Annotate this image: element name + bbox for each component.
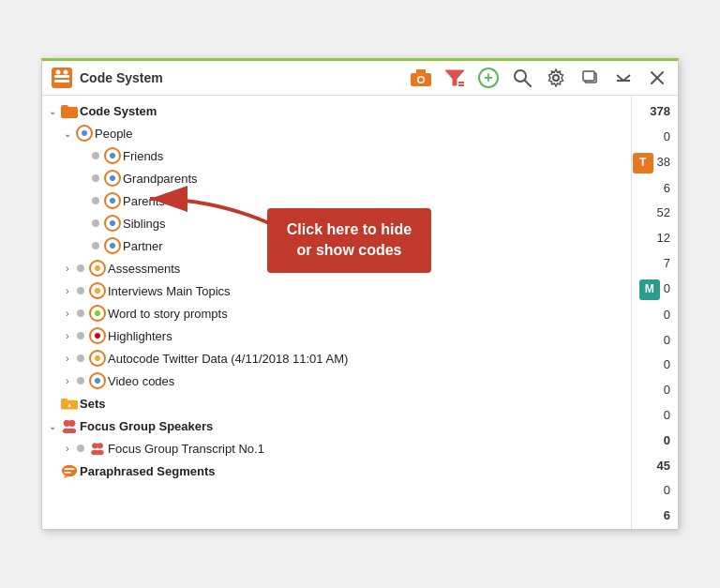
svg-point-55	[92, 443, 98, 448]
restore-icon[interactable]	[578, 67, 601, 89]
close-icon[interactable]	[646, 67, 668, 89]
chevron-autocode[interactable]: ›	[61, 352, 74, 365]
chat-svg	[61, 462, 78, 479]
chevron-highlighters[interactable]: ›	[61, 329, 74, 342]
count-focus-group-transcript: 0	[633, 478, 670, 504]
svg-rect-18	[583, 71, 594, 81]
count-paraphrased: 6	[633, 504, 670, 529]
tree-row-focus-group-transcript[interactable]: › Focus Group Transcript No.1	[42, 437, 631, 460]
tree-row-parents[interactable]: Parents	[42, 189, 631, 212]
chevron-interviews[interactable]: ›	[61, 284, 74, 297]
focus-group-speakers-icon	[61, 417, 78, 434]
code-system-icon	[61, 102, 78, 119]
svg-point-37	[95, 265, 100, 271]
dot-word-story	[77, 309, 84, 317]
tree-row-highlighters[interactable]: › Highlighters	[42, 324, 631, 347]
chevron-people[interactable]: ⌄	[61, 127, 74, 140]
window-title: Code System	[80, 70, 163, 85]
dot-partner	[92, 242, 99, 249]
svg-marker-60	[64, 475, 69, 478]
search-icon[interactable]	[511, 67, 533, 89]
assessments-icon	[89, 260, 106, 277]
chevron-code-system[interactable]: ⌄	[46, 104, 59, 117]
filter-icon[interactable]	[443, 67, 466, 89]
tree-row-assessments[interactable]: › Assessments	[42, 257, 631, 279]
camera-svg	[410, 68, 432, 87]
camera-icon[interactable]	[410, 67, 432, 89]
partner-icon	[104, 237, 121, 254]
tree-row-paraphrased[interactable]: Paraphrased Segments	[42, 460, 631, 482]
people-icon	[76, 125, 93, 142]
settings-icon[interactable]	[545, 67, 567, 89]
count-parents: 52	[633, 201, 670, 226]
svg-point-58	[97, 450, 104, 455]
svg-rect-62	[65, 472, 71, 474]
tree-row-interviews[interactable]: › Interviews Main Topics	[42, 279, 631, 302]
code-icon-word-story	[89, 305, 106, 322]
title-bar: Code System	[42, 61, 678, 96]
friends-icon	[104, 147, 121, 164]
search-svg	[513, 68, 532, 87]
tree-row-word-story[interactable]: › Word to story prompts	[42, 302, 631, 324]
chevron-focus-group-speakers[interactable]: ⌄	[46, 419, 59, 432]
count-sets: 0	[633, 429, 670, 454]
code-icon-partner	[104, 237, 121, 254]
transcript-svg	[89, 440, 106, 457]
autocode-icon	[89, 350, 106, 367]
tree-row-sets[interactable]: ▲ Sets	[42, 392, 631, 415]
add-svg: +	[478, 68, 499, 88]
badge-M: M	[639, 279, 660, 300]
content-area: ⌄ Code System ⌄ People	[42, 96, 678, 529]
dot-friends	[92, 152, 99, 159]
interviews-label: Interviews Main Topics	[108, 284, 627, 298]
svg-point-59	[62, 465, 77, 477]
svg-point-56	[98, 443, 103, 448]
tree-row-people[interactable]: ⌄ People	[42, 122, 631, 144]
code-icon-parents	[104, 192, 121, 209]
siblings-icon	[104, 215, 121, 232]
add-code-icon[interactable]: +	[477, 67, 500, 89]
grandparents-icon	[104, 170, 121, 187]
focus-group-transcript-icon	[89, 440, 106, 457]
tree-row-autocode[interactable]: › Autocode Twitter Data (4/11/2018 11:01…	[42, 347, 631, 369]
tree-row-code-system[interactable]: ⌄ Code System	[42, 99, 631, 122]
tree-row-partner[interactable]: Partner	[42, 234, 631, 257]
close-svg	[650, 70, 665, 85]
count-interviews: 0	[633, 303, 670, 328]
title-bar-left: Code System	[52, 68, 163, 88]
right-counts-column: 378 0 T 38 6 52 12 7 M 0 0 0 0 0 0 0 45 …	[631, 96, 678, 529]
code-icon-siblings	[104, 215, 121, 232]
chevron-word-story[interactable]: ›	[61, 307, 74, 320]
count-people: 0	[633, 125, 670, 150]
chevron-video-codes[interactable]: ›	[61, 374, 74, 387]
grandparents-label: Grandparents	[123, 172, 627, 186]
count-autocode: 0	[633, 378, 670, 403]
minimize-svg	[614, 68, 633, 87]
code-icon-highlighters	[89, 327, 106, 344]
dot-assessments	[77, 264, 84, 272]
tree-row-focus-group-speakers[interactable]: ⌄ Focus Group Speakers	[42, 415, 631, 437]
code-icon-autocode	[89, 350, 106, 367]
dot-autocode	[77, 354, 84, 362]
minimize-icon[interactable]	[612, 67, 635, 89]
count-focus-group-speakers: 45	[633, 454, 670, 479]
settings-svg	[547, 68, 565, 87]
code-icon-friends	[104, 147, 121, 164]
tree-row-siblings[interactable]: Siblings	[42, 212, 631, 234]
tree-row-grandparents[interactable]: Grandparents	[42, 167, 631, 189]
tree-row-video-codes[interactable]: › Video codes	[42, 369, 631, 392]
code-icon-interviews	[89, 282, 106, 299]
count-grandparents: 6	[633, 176, 670, 202]
chevron-assessments[interactable]: ›	[61, 262, 74, 275]
dot-parents	[92, 197, 99, 204]
code-icon-assessments	[89, 260, 106, 277]
chevron-focus-group-transcript[interactable]: ›	[61, 442, 74, 455]
tree-panel: ⌄ Code System ⌄ People	[42, 96, 631, 529]
svg-point-29	[110, 175, 115, 181]
svg-rect-61	[65, 468, 75, 470]
svg-point-14	[515, 70, 526, 82]
friends-label: Friends	[123, 149, 627, 163]
app-icon	[52, 68, 72, 88]
tree-row-friends[interactable]: Friends	[42, 144, 631, 167]
svg-text:+: +	[484, 69, 492, 85]
